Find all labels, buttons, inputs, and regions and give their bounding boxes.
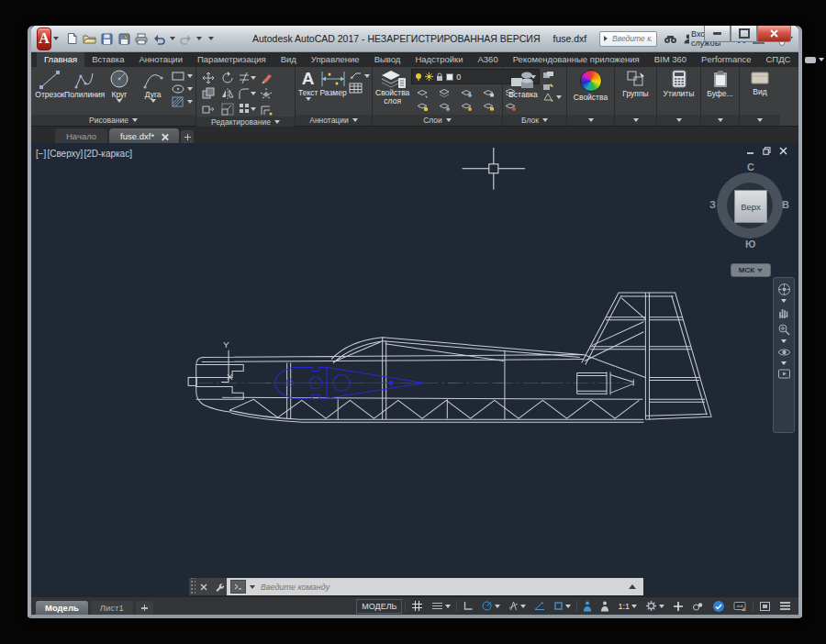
osnap-caret-icon[interactable] bbox=[565, 605, 571, 608]
layer-tool-unlock[interactable] bbox=[477, 100, 499, 114]
ribbon-tab-vyvod[interactable]: Вывод bbox=[367, 52, 408, 67]
save-icon[interactable] bbox=[100, 32, 114, 46]
scale-button[interactable] bbox=[218, 102, 237, 117]
panel-clipboard-footer[interactable] bbox=[701, 115, 739, 126]
table-button[interactable] bbox=[349, 83, 370, 94]
viewcube-north[interactable]: С bbox=[747, 161, 754, 172]
ribbon-tab-recommended[interactable]: Рекомендованные приложения bbox=[506, 52, 647, 67]
layer-tool-unisolate[interactable] bbox=[433, 86, 455, 100]
polyline-button[interactable]: Полилиния bbox=[68, 69, 102, 99]
stretch-button[interactable] bbox=[199, 102, 218, 117]
model-tab[interactable]: Модель bbox=[36, 601, 88, 615]
dimension-button[interactable]: Размер bbox=[319, 69, 346, 97]
ribbon-tab-nadstroyki[interactable]: Надстройки bbox=[407, 52, 470, 67]
panel-annotate-footer[interactable]: Аннотации bbox=[296, 115, 372, 126]
showmotion-icon[interactable] bbox=[777, 368, 791, 380]
viewcube-east[interactable]: В bbox=[782, 199, 789, 210]
move-button[interactable] bbox=[199, 71, 218, 85]
model-space-button[interactable]: МОДЕЛЬ bbox=[356, 599, 402, 614]
layer-tool-isolate[interactable] bbox=[411, 86, 433, 100]
isodraft-button[interactable] bbox=[506, 599, 529, 613]
maximize-button[interactable] bbox=[731, 26, 757, 42]
navbar-orbit-caret-icon[interactable] bbox=[781, 361, 787, 365]
undo-caret-icon[interactable] bbox=[170, 37, 175, 40]
new-file-icon[interactable] bbox=[65, 32, 79, 46]
annotation-scale-button[interactable]: 1:1 bbox=[615, 599, 640, 613]
isodraft-caret-icon[interactable] bbox=[520, 605, 526, 608]
ribbon-tab-annotacii[interactable]: Аннотации bbox=[131, 52, 190, 67]
grid-display-button[interactable] bbox=[408, 599, 426, 613]
ribbon-tab-performance[interactable]: Performance bbox=[694, 52, 758, 67]
layout1-tab[interactable]: Лист1 bbox=[91, 601, 133, 615]
annotation-monitor-button[interactable] bbox=[670, 599, 686, 613]
ortho-mode-button[interactable] bbox=[460, 599, 475, 613]
save-as-icon[interactable] bbox=[117, 32, 131, 46]
command-prompt-icon[interactable] bbox=[230, 580, 246, 594]
minimize-button[interactable] bbox=[704, 26, 731, 42]
open-file-icon[interactable] bbox=[83, 32, 96, 46]
viewcube-ucs-button[interactable]: МСК bbox=[731, 263, 771, 277]
ribbon-tab-vid[interactable]: Вид bbox=[273, 52, 304, 67]
layer-properties-button[interactable]: Свойства слоя bbox=[375, 69, 409, 106]
arc-caret-icon[interactable] bbox=[151, 99, 156, 103]
command-input[interactable] bbox=[259, 582, 621, 593]
trim-button[interactable] bbox=[238, 71, 256, 85]
object-snap-tracking-button[interactable] bbox=[531, 599, 548, 613]
block-attributes-button[interactable] bbox=[542, 93, 562, 102]
clean-screen-button[interactable] bbox=[756, 599, 774, 613]
panel-groups-footer[interactable] bbox=[615, 115, 656, 126]
ribbon-tab-spds[interactable]: СПДС bbox=[758, 52, 798, 67]
command-close-button[interactable] bbox=[195, 578, 211, 595]
file-tab-close-icon[interactable] bbox=[162, 133, 168, 139]
help-search-box[interactable] bbox=[599, 31, 657, 47]
line-button[interactable]: Отрезок bbox=[34, 69, 66, 99]
workspace-caret-icon[interactable] bbox=[659, 605, 664, 608]
annotation-visibility-button[interactable] bbox=[580, 599, 595, 613]
new-drawing-tab-button[interactable] bbox=[181, 130, 194, 143]
ribbon-tab-upravlenie[interactable]: Управление bbox=[304, 52, 367, 67]
layer-tool-freeze[interactable] bbox=[455, 86, 477, 100]
app-menu-button[interactable]: A bbox=[37, 28, 51, 50]
ribbon-tab-glavnaya[interactable]: Главная bbox=[37, 52, 84, 67]
qat-customize-caret-icon[interactable] bbox=[208, 37, 214, 40]
leader-button[interactable] bbox=[349, 71, 370, 81]
annotation-scale-caret-icon[interactable] bbox=[631, 605, 637, 608]
file-tab-start[interactable]: Начало bbox=[55, 128, 107, 143]
hardware-acceleration-button[interactable] bbox=[709, 599, 728, 613]
navigation-wheel-icon[interactable] bbox=[777, 283, 791, 296]
properties-color-wheel-icon[interactable] bbox=[580, 70, 602, 92]
text-button[interactable]: A Текст bbox=[298, 69, 318, 101]
polar-tracking-button[interactable] bbox=[478, 599, 503, 613]
command-line-grip[interactable] bbox=[189, 578, 195, 595]
panel-properties-footer[interactable] bbox=[567, 115, 614, 126]
panel-draw-footer[interactable]: Рисование bbox=[31, 115, 195, 126]
erase-button[interactable] bbox=[257, 71, 275, 85]
viewcube-south[interactable]: Ю bbox=[745, 239, 755, 250]
isolate-objects-button[interactable] bbox=[689, 599, 707, 613]
snap-caret-icon[interactable] bbox=[445, 605, 451, 608]
ribbon-display-menu[interactable] bbox=[798, 52, 826, 67]
search-input[interactable] bbox=[610, 33, 653, 44]
rectangle-button[interactable] bbox=[171, 71, 193, 82]
circle-caret-icon[interactable] bbox=[117, 99, 122, 103]
layer-tool-on-off[interactable] bbox=[411, 100, 433, 114]
viewcube-west[interactable]: З bbox=[709, 199, 716, 210]
viewport-minus-control[interactable]: [−] bbox=[36, 149, 46, 159]
command-recent-caret-icon[interactable] bbox=[250, 585, 255, 589]
close-button[interactable] bbox=[757, 26, 791, 42]
ribbon-tab-a360[interactable]: A360 bbox=[471, 52, 506, 67]
new-layout-button[interactable] bbox=[136, 601, 153, 615]
snap-mode-button[interactable] bbox=[429, 599, 453, 613]
workspace-switching-button[interactable] bbox=[642, 599, 667, 613]
command-expand-icon[interactable] bbox=[629, 584, 636, 589]
offset-button[interactable] bbox=[257, 102, 275, 117]
layer-tool-lock[interactable] bbox=[477, 86, 499, 100]
command-customize-button[interactable] bbox=[211, 578, 227, 595]
undo-icon[interactable] bbox=[152, 32, 166, 46]
arc-button[interactable]: Дуга bbox=[137, 69, 169, 103]
navbar-wheel-caret-icon[interactable] bbox=[781, 299, 787, 303]
model-viewport[interactable]: Y X [−] [Сверху] [2D-каркас] С З В Ю bbox=[31, 143, 798, 596]
viewport-visual-style-control[interactable]: [2D-каркас] bbox=[84, 149, 132, 159]
command-line-bar[interactable] bbox=[188, 577, 644, 596]
utilities-calculator-icon[interactable] bbox=[670, 70, 688, 88]
